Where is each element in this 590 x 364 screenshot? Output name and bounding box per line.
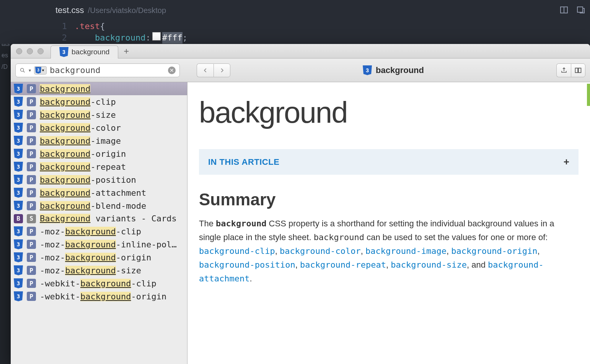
docs-toolbar: ▾ 3 ▾ ✕ 3 background bbox=[11, 58, 590, 82]
search-result-item[interactable]: BSBackground variants - Cards bbox=[11, 212, 187, 225]
property-icon: P bbox=[27, 227, 36, 236]
nav-back-button[interactable] bbox=[197, 63, 214, 77]
property-icon: P bbox=[27, 162, 36, 171]
search-result-item[interactable]: 3P-webkit-background-clip bbox=[11, 277, 187, 290]
css-icon: 3 bbox=[14, 265, 23, 275]
search-icon bbox=[20, 67, 26, 73]
css-icon: 3 bbox=[14, 188, 23, 198]
docs-tab[interactable]: 3 background bbox=[51, 46, 118, 58]
css-icon: 3 bbox=[14, 123, 23, 133]
doc-content[interactable]: background IN THIS ARTICLE + Summary The… bbox=[187, 82, 590, 364]
doc-link[interactable]: background-clip bbox=[199, 246, 275, 256]
minimize-window-button[interactable] bbox=[27, 48, 33, 54]
more-actions-icon[interactable] bbox=[576, 5, 585, 16]
search-result-item[interactable]: 3Pbackground-image bbox=[11, 134, 187, 147]
svg-line-4 bbox=[23, 71, 24, 72]
nav-forward-button[interactable] bbox=[214, 63, 230, 77]
property-icon: P bbox=[27, 240, 36, 249]
toc-box[interactable]: IN THIS ARTICLE + bbox=[199, 149, 579, 175]
editor-tab[interactable]: test.css /Users/viatsko/Desktop bbox=[55, 5, 166, 15]
property-icon: P bbox=[27, 201, 36, 210]
close-window-button[interactable] bbox=[16, 48, 22, 54]
result-label: background-size bbox=[40, 110, 116, 120]
css-icon: 3 bbox=[14, 97, 23, 107]
property-icon: P bbox=[27, 149, 36, 158]
property-icon: P bbox=[27, 97, 36, 106]
search-result-item[interactable]: 3P-moz-background-clip bbox=[11, 225, 187, 238]
css-icon: 3 bbox=[14, 252, 23, 262]
doc-link[interactable]: background-color bbox=[280, 246, 361, 256]
docs-window: 3 background + ▾ 3 ▾ ✕ 3 bac bbox=[11, 44, 590, 364]
docset-filter[interactable]: 3 ▾ bbox=[34, 66, 47, 75]
new-tab-button[interactable]: + bbox=[124, 46, 129, 57]
property-icon: P bbox=[27, 253, 36, 262]
search-input[interactable] bbox=[50, 65, 165, 75]
clear-search-button[interactable]: ✕ bbox=[168, 67, 176, 74]
property-icon: P bbox=[27, 123, 36, 132]
editor-filename: test.css bbox=[55, 5, 84, 15]
search-result-item[interactable]: 3Pbackground-repeat bbox=[11, 160, 187, 173]
result-label: background bbox=[40, 84, 90, 94]
code-editor: test.css /Users/viatsko/Desktop 1 .test … bbox=[0, 0, 590, 44]
property-icon: P bbox=[27, 292, 36, 301]
activity-bar: ats es /D bbox=[0, 38, 11, 364]
zoom-window-button[interactable] bbox=[37, 48, 44, 54]
search-result-item[interactable]: 3P-moz-background-origin bbox=[11, 251, 187, 264]
css-icon: 3 bbox=[14, 278, 23, 288]
css-icon: 3 bbox=[363, 65, 372, 75]
property-icon: P bbox=[27, 279, 36, 288]
result-label: background-clip bbox=[40, 97, 116, 107]
section-icon: S bbox=[27, 214, 36, 223]
property-icon: P bbox=[27, 188, 36, 197]
chevron-down-icon[interactable]: ▾ bbox=[29, 68, 31, 73]
bootstrap-icon: B bbox=[14, 214, 23, 223]
search-result-item[interactable]: 3Pbackground-origin bbox=[11, 147, 187, 160]
doc-link[interactable]: background-repeat bbox=[300, 260, 386, 270]
property-icon: P bbox=[27, 175, 36, 184]
css-icon: 3 bbox=[14, 84, 23, 94]
editor-filepath: /Users/viatsko/Desktop bbox=[88, 6, 166, 15]
search-result-item[interactable]: 3P-moz-background-size bbox=[11, 264, 187, 277]
doc-link[interactable]: background-position bbox=[199, 260, 295, 270]
result-label: background-blend-mode bbox=[40, 201, 146, 211]
result-label: background-color bbox=[40, 123, 121, 133]
search-result-item[interactable]: 3Pbackground-position bbox=[11, 173, 187, 186]
color-swatch-icon[interactable] bbox=[152, 32, 161, 41]
search-field[interactable]: ▾ 3 ▾ ✕ bbox=[15, 63, 180, 77]
result-label: Background variants - Cards bbox=[40, 214, 177, 223]
bookmark-button[interactable] bbox=[571, 63, 585, 77]
summary-paragraph: The background CSS property is a shortha… bbox=[199, 217, 579, 286]
doc-link[interactable]: background-image bbox=[365, 246, 447, 256]
toc-expand-icon[interactable]: + bbox=[564, 156, 569, 168]
search-result-item[interactable]: 3P-moz-background-inline-pol… bbox=[11, 238, 187, 251]
result-label: background-origin bbox=[40, 149, 126, 159]
docs-tab-title: background bbox=[72, 48, 109, 56]
result-label: -moz-background-inline-pol… bbox=[40, 240, 177, 249]
result-label: background-attachment bbox=[40, 188, 146, 198]
share-button[interactable] bbox=[556, 63, 571, 77]
search-result-item[interactable]: 3Pbackground-blend-mode bbox=[11, 199, 187, 212]
result-label: background-position bbox=[40, 175, 136, 185]
search-result-item[interactable]: 3P-webkit-background-origin bbox=[11, 290, 187, 303]
search-result-item[interactable]: 3Pbackground bbox=[11, 82, 187, 95]
css-icon: 3 bbox=[14, 175, 23, 185]
css-icon: 3 bbox=[14, 149, 23, 159]
css-icon: 3 bbox=[35, 67, 41, 74]
css-icon: 3 bbox=[14, 291, 23, 301]
color-value[interactable]: #fff bbox=[162, 32, 183, 44]
window-titlebar[interactable]: 3 background + bbox=[11, 44, 590, 58]
search-result-item[interactable]: 3Pbackground-color bbox=[11, 121, 187, 134]
search-result-item[interactable]: 3Pbackground-attachment bbox=[11, 186, 187, 199]
chevron-down-icon: ▾ bbox=[42, 68, 44, 72]
search-result-item[interactable]: 3Pbackground-size bbox=[11, 108, 187, 121]
article-title: background bbox=[199, 95, 579, 130]
result-label: background-repeat bbox=[40, 162, 126, 172]
search-result-item[interactable]: 3Pbackground-clip bbox=[11, 95, 187, 108]
page-title-toolbar: 3 background bbox=[236, 65, 551, 75]
doc-link[interactable]: background-origin bbox=[451, 246, 537, 256]
line-number: 1 bbox=[55, 21, 75, 32]
doc-link[interactable]: background-size bbox=[391, 260, 467, 270]
code-content[interactable]: 1 .test { 2 background : #fff ; bbox=[55, 21, 187, 44]
css-icon: 3 bbox=[14, 226, 23, 236]
split-editor-icon[interactable] bbox=[559, 5, 569, 16]
